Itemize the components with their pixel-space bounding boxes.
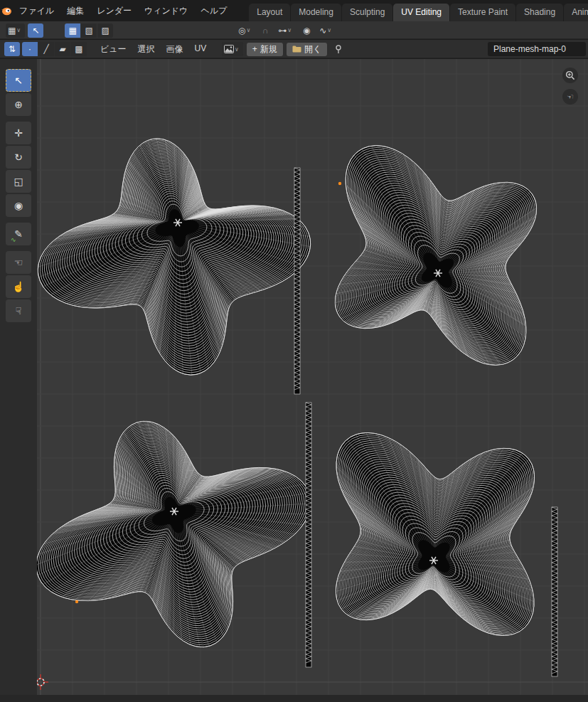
uv-select-mode-group: ∙ ╱ ▰ ▩ — [22, 42, 87, 56]
menu-help[interactable]: ヘルプ — [194, 2, 233, 20]
left-toolbar: ↖ ⊕ ✛ ↻ ◱ ◉ ✎ — [0, 59, 37, 702]
face-icon: ▰ — [59, 44, 65, 54]
pan-hand-button[interactable]: ☜ — [562, 89, 578, 105]
proportional-edit-toggle[interactable]: ◉ — [299, 23, 314, 38]
bottom-editor-edge — [0, 695, 588, 702]
menu-edit[interactable]: 編集 — [60, 2, 90, 20]
new-image-label: 新規 — [260, 43, 277, 55]
hand-icon: ☜ — [567, 92, 574, 102]
menu-uv[interactable]: UV — [189, 41, 213, 58]
new-image-button[interactable]: + 新規 — [247, 43, 283, 56]
pivot-icon: ◎ — [238, 26, 245, 36]
snap-with-icon: ⊶ — [278, 26, 287, 36]
grid-icon: ▦ — [8, 26, 16, 36]
uv-mesh-svg[interactable] — [37, 59, 588, 702]
blender-window: ファイル 編集 レンダー ウィンドウ ヘルプ Layout Modeling S… — [0, 0, 588, 702]
image-icon — [224, 45, 234, 53]
menu-window[interactable]: ウィンドウ — [138, 2, 194, 20]
tab-animation[interactable]: Animati — [564, 4, 588, 21]
pin-icon — [335, 45, 342, 54]
menu-file[interactable]: ファイル — [13, 2, 60, 20]
transform-tool-button[interactable]: ◉ — [6, 194, 31, 217]
scale-tool-button[interactable]: ◱ — [6, 170, 31, 193]
uv-canvas[interactable]: ☜ — [37, 59, 588, 702]
chevron-down-icon: ∨ — [16, 27, 21, 33]
vertex-icon: ∙ — [28, 44, 31, 54]
uv-header-left: ⇅ ∙ ╱ ▰ ▩ ビュー 選択 画像 UV — [4, 40, 212, 58]
tweak-tool-button[interactable]: ↖ — [6, 69, 31, 92]
cursor-crosshair-icon: ⊕ — [14, 99, 23, 110]
grab-tool-button[interactable]: ☜ — [6, 251, 31, 274]
select-subtract-icon: ▨ — [102, 26, 109, 36]
pinch-finger-icon: ☟ — [16, 305, 22, 317]
uv-select-vertex-button[interactable]: ∙ — [22, 42, 38, 56]
chevron-down-icon: ∨ — [327, 27, 331, 33]
open-image-button[interactable]: 開く — [287, 43, 327, 56]
move-icon: ✛ — [14, 127, 23, 139]
chevron-down-icon: ∨ — [287, 27, 292, 33]
chevron-down-icon: ∨ — [235, 46, 239, 53]
move-tool-button[interactable]: ✛ — [6, 122, 31, 144]
uv-editor-body: ↖ ⊕ ✛ ↻ ◱ ◉ ✎ — [0, 58, 588, 702]
proportional-icon: ◉ — [303, 26, 310, 36]
uv-select-island-button[interactable]: ▩ — [71, 42, 87, 56]
falloff-dropdown[interactable]: ∿ ∨ — [317, 23, 336, 38]
select-new-icon: ▦ — [69, 26, 77, 36]
tool-settings-left: ▦ ∨ ↖ ▦ ▧ ▨ — [6, 21, 113, 39]
plus-icon: + — [252, 44, 257, 54]
menu-view[interactable]: ビュー — [95, 41, 132, 58]
open-image-label: 開く — [304, 43, 321, 55]
cursor-tool-button[interactable]: ⊕ — [6, 93, 31, 116]
active-tool-tweak-button[interactable]: ↖ — [28, 23, 43, 38]
select-mode-group: ▦ ▧ ▨ — [65, 23, 113, 38]
tab-texture-paint[interactable]: Texture Paint — [450, 4, 515, 21]
annotate-stroke-icon: ∿ — [11, 236, 16, 243]
image-selector-group: ∨ + 新規 開く — [222, 40, 346, 58]
snap-with-dropdown[interactable]: ⊶ ∨ — [276, 23, 296, 38]
tweak-arrow-icon: ↖ — [32, 26, 39, 36]
relax-finger-icon: ☝ — [12, 281, 24, 292]
pivot-point-dropdown[interactable]: ◎ ∨ — [236, 23, 255, 38]
menu-image[interactable]: 画像 — [161, 41, 189, 58]
tool-mode-dropdown[interactable]: ▦ ∨ — [6, 23, 25, 38]
tool-settings-center: ◎ ∨ ∩ ⊶ ∨ ◉ ∿ ∨ — [236, 21, 336, 39]
rotate-tool-button[interactable]: ↻ — [6, 146, 31, 169]
magnifier-plus-icon — [565, 70, 575, 80]
menu-select[interactable]: 選択 — [132, 41, 161, 58]
select-mode-subtract-button[interactable]: ▨ — [97, 23, 113, 38]
uvmap-name-field[interactable]: Plane-mesh-map-0 — [488, 42, 586, 56]
uv-editor-header: ⇅ ∙ ╱ ▰ ▩ ビュー 選択 画像 UV — [0, 40, 588, 58]
rotate-icon: ↻ — [14, 151, 23, 163]
select-extend-icon: ▧ — [85, 26, 93, 36]
tab-modeling[interactable]: Modeling — [291, 4, 341, 21]
snap-toggle[interactable]: ∩ — [257, 23, 273, 38]
menu-render[interactable]: レンダー — [90, 2, 138, 20]
select-mode-new-button[interactable]: ▦ — [65, 23, 80, 38]
pin-toggle[interactable] — [331, 42, 346, 56]
tab-uv-editing[interactable]: UV Editing — [393, 4, 449, 21]
tool-settings-bar: ▦ ∨ ↖ ▦ ▧ ▨ ◎ ∨ — [0, 21, 588, 39]
uv-sync-selection-toggle[interactable]: ⇅ — [4, 42, 20, 56]
folder-icon — [292, 46, 301, 53]
transform-icon: ◉ — [14, 200, 23, 211]
tab-shading[interactable]: Shading — [516, 4, 563, 21]
uv-select-face-button[interactable]: ▰ — [55, 42, 70, 56]
uv-select-edge-button[interactable]: ╱ — [38, 42, 54, 56]
topbar: ファイル 編集 レンダー ウィンドウ ヘルプ Layout Modeling S… — [0, 0, 588, 21]
image-browse-dropdown[interactable]: ∨ — [222, 42, 243, 56]
tweak-arrow-icon: ↖ — [14, 75, 23, 86]
chevron-down-icon: ∨ — [246, 27, 250, 33]
tab-layout[interactable]: Layout — [249, 4, 290, 21]
select-mode-extend-button[interactable]: ▧ — [81, 23, 97, 38]
scale-icon: ◱ — [14, 176, 23, 187]
tab-sculpting[interactable]: Sculpting — [342, 4, 392, 21]
edge-icon: ╱ — [43, 44, 48, 54]
pinch-tool-button[interactable]: ☟ — [6, 299, 31, 322]
magnet-icon: ∩ — [262, 26, 269, 36]
relax-tool-button[interactable]: ☝ — [6, 275, 31, 298]
blender-logo-icon[interactable] — [0, 0, 13, 21]
zoom-button[interactable] — [562, 68, 578, 83]
tool-column: ↖ ⊕ ✛ ↻ ◱ ◉ ✎ — [6, 69, 31, 324]
sync-arrows-icon: ⇅ — [9, 44, 16, 54]
annotate-tool-button[interactable]: ✎ ∿ — [6, 223, 31, 245]
